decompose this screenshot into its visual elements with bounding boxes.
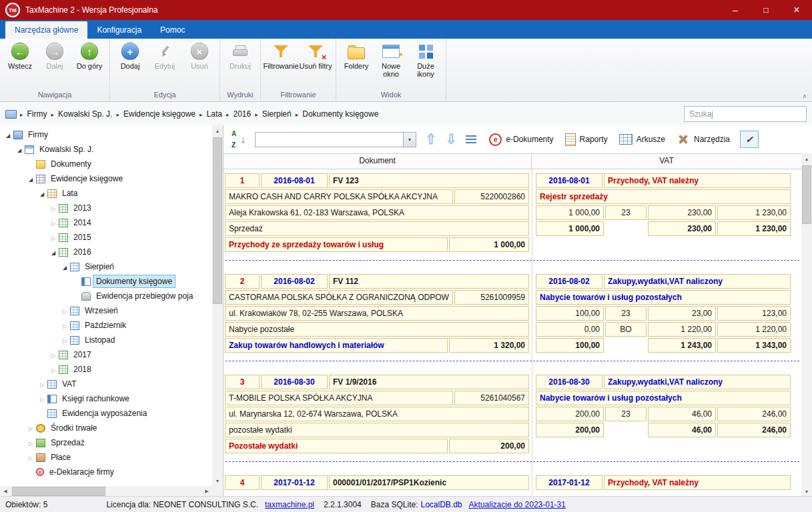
vat-amount-cell[interactable]: 23,00 (648, 306, 716, 321)
vat-gross-cell[interactable]: 1 220,00 (717, 322, 791, 337)
breadcrumb-item-ewidencje[interactable]: Ewidencje księgowe (120, 107, 199, 121)
vat-gross-total-cell[interactable]: 1 343,00 (717, 338, 791, 353)
vat-category-cell[interactable]: Przychody, VAT należny (604, 173, 791, 188)
scroll-up-icon[interactable] (212, 125, 223, 136)
scroll-up-icon[interactable] (801, 153, 812, 164)
vat-net-cell[interactable]: 200,00 (536, 407, 604, 421)
expander-icon[interactable] (27, 174, 35, 183)
computer-icon[interactable] (5, 110, 17, 119)
expander-icon[interactable] (61, 321, 69, 330)
move-down-icon[interactable] (446, 133, 458, 146)
vat-net-cell[interactable]: 100,00 (536, 306, 604, 321)
doc-date-cell[interactable]: 2016-08-02 (261, 274, 328, 289)
vat-net-total-cell[interactable]: 200,00 (536, 423, 604, 437)
breadcrumb-item-sierpien[interactable]: Sierpień (259, 107, 295, 121)
expander-icon[interactable] (49, 350, 57, 359)
vat-amount-cell[interactable]: 46,00 (648, 407, 716, 421)
tree-item-ewidencja-przebiegow[interactable]: Ewidencja przebiegów poja (0, 289, 212, 303)
chevron-down-icon[interactable] (403, 133, 416, 147)
vat-rate-cell[interactable]: BO (605, 322, 647, 337)
expander-icon[interactable] (49, 247, 57, 257)
contractor-cell[interactable]: MAKRO CASH AND CARRY POLSKA SPÓŁKA AKCYJ… (225, 189, 453, 204)
doc-number-cell[interactable]: 1 (225, 173, 260, 188)
vat-category-cell[interactable]: Zakupy,wydatki,VAT naliczony (604, 274, 791, 289)
vat-amount-total-cell[interactable]: 230,00 (648, 221, 716, 236)
tree-item-e-deklaracje[interactable]: e-Deklaracje firmy (0, 465, 212, 479)
tab-pomoc[interactable]: Pomoc (151, 21, 194, 39)
vat-category-cell[interactable]: Przychody, VAT należny (604, 475, 791, 490)
vat-category-cell[interactable]: Zakupy,wydatki,VAT naliczony (604, 375, 791, 389)
scrollbar-thumb[interactable] (802, 165, 811, 224)
tree-item-lata[interactable]: Lata (0, 186, 212, 201)
updates-link[interactable]: Aktualizacje do 2023-01-31 (469, 500, 566, 509)
expander-icon[interactable] (27, 423, 35, 433)
expander-icon[interactable] (27, 438, 35, 447)
tree-item-2018[interactable]: 2018 (0, 362, 212, 377)
filter-combobox[interactable] (255, 132, 416, 147)
tree-item-wrzesien[interactable]: Wrzesień (0, 303, 212, 318)
type-cell[interactable]: Nabycie pozostałe (225, 322, 529, 337)
scrollbar-thumb[interactable] (213, 137, 222, 304)
tree-item-kowalski[interactable]: Kowalski Sp. J. (0, 142, 212, 157)
vat-amount-total-cell[interactable]: 1 243,00 (648, 338, 716, 353)
druk-button[interactable]: Drukuj (224, 41, 257, 87)
vat-gross-cell[interactable]: 246,00 (717, 407, 791, 421)
search-input[interactable] (685, 107, 806, 121)
tree-item-2015[interactable]: 2015 (0, 230, 212, 245)
foldery-button[interactable]: Foldery (340, 41, 373, 87)
tree-item-sprzedaz[interactable]: Sprzedaż (0, 435, 212, 450)
expander-icon[interactable] (4, 130, 12, 139)
expander-icon[interactable] (15, 145, 23, 154)
tree-item-2013[interactable]: 2013 (0, 201, 212, 215)
vat-amount-cell[interactable]: 230,00 (648, 205, 716, 220)
vat-net-cell[interactable]: 0,00 (536, 322, 604, 337)
tree-item-2016[interactable]: 2016 (0, 245, 212, 259)
scroll-right-icon[interactable] (201, 486, 212, 497)
type-cell[interactable]: Sprzedaż (225, 221, 529, 236)
expander-icon[interactable] (38, 379, 46, 389)
vat-gross-total-cell[interactable]: 1 230,00 (717, 221, 791, 236)
category-cell[interactable]: Pozostałe wydatki (225, 439, 448, 453)
scroll-down-icon[interactable] (801, 486, 812, 497)
minimize-button[interactable] (720, 0, 751, 20)
tree-item-pazdziernik[interactable]: Październik (0, 318, 212, 333)
tree-item-firmy[interactable]: Firmy (0, 127, 212, 142)
address-cell[interactable]: Aleja Krakowska 61, 02-183 Warszawa, POL… (225, 205, 529, 220)
scrollbar-thumb[interactable] (12, 487, 105, 496)
doc-id-cell[interactable]: FV 1/9/2016 (329, 375, 529, 389)
document-entry[interactable]: 4 2017-01-12 000001/01/2017/PSP1Kozienic… (224, 470, 801, 490)
vat-amount-cell[interactable]: 1 220,00 (648, 322, 716, 337)
scroll-down-icon[interactable] (212, 475, 223, 486)
amount-cell[interactable]: 1 320,00 (449, 338, 529, 353)
tree-item-dokumenty-ksiegowe[interactable]: Dokumenty księgowe (0, 274, 212, 289)
address-cell[interactable]: ul. Krakowiaków 78, 02-255 Warszawa, POL… (225, 306, 529, 321)
vat-net-total-cell[interactable]: 100,00 (536, 338, 604, 353)
tree-item-listopad[interactable]: Listopad (0, 333, 212, 347)
tree-item-dokumenty[interactable]: Dokumenty (0, 157, 212, 171)
doc-date-cell[interactable]: 2016-08-30 (261, 375, 328, 389)
vat-date-cell[interactable]: 2016-08-30 (536, 375, 602, 389)
expander-icon[interactable] (61, 262, 69, 271)
duze-ikony-button[interactable]: Duże ikony (409, 41, 442, 87)
amount-cell[interactable]: 1 000,00 (449, 237, 529, 252)
doc-id-cell[interactable]: FV 112 (329, 274, 529, 289)
nowe-okno-button[interactable]: Nowe okno (374, 41, 408, 87)
expander-icon[interactable] (27, 453, 35, 462)
document-entry[interactable]: 2 2016-08-02 FV 112 CASTORAMA POLSKA SPÓ… (224, 269, 801, 353)
contractor-cell[interactable]: CASTORAMA POLSKA SPÓŁKA Z OGRANICZONĄ OD… (225, 290, 453, 305)
tree-item-ewidencje-ksiegowe[interactable]: Ewidencje księgowe (0, 171, 212, 186)
arkusze-button[interactable]: Arkusze (618, 132, 667, 147)
address-cell[interactable]: ul. Marynarska 12, 02-674 Warszawa, POLS… (225, 407, 529, 421)
vat-gross-cell[interactable]: 123,00 (717, 306, 791, 321)
do-gory-button[interactable]: Do góry (73, 41, 106, 87)
breadcrumb-item-lata[interactable]: Lata (204, 107, 226, 121)
category-cell[interactable]: Zakup towarów handlowych i materiałów (225, 338, 448, 353)
tree-item-2017[interactable]: 2017 (0, 347, 212, 362)
breadcrumb-item-kowalski[interactable]: Kowalski Sp. J. (55, 107, 115, 121)
vat-net-total-cell[interactable]: 1 000,00 (536, 221, 604, 236)
list-view-icon[interactable] (466, 135, 476, 144)
move-up-icon[interactable] (425, 133, 437, 146)
tree-item-place[interactable]: Płace (0, 450, 212, 465)
dalej-button[interactable]: Dalej (38, 41, 71, 87)
contractor-cell[interactable]: T-MOBILE POLSKA SPÓŁKA AKCYJNA (225, 391, 453, 405)
